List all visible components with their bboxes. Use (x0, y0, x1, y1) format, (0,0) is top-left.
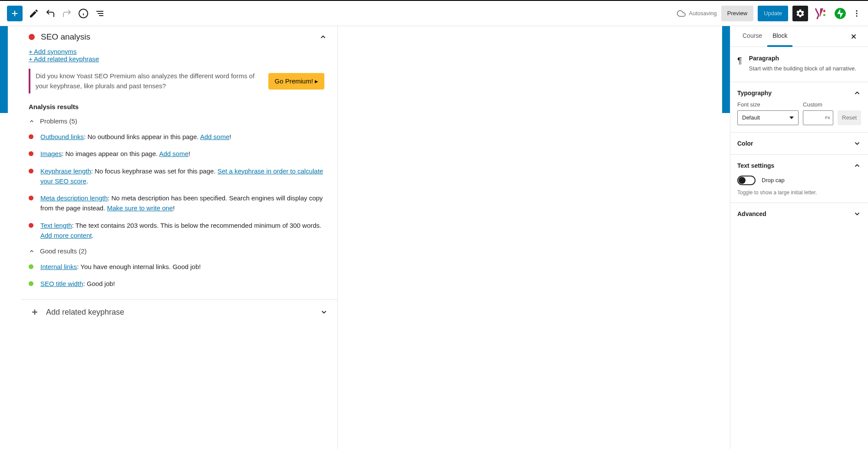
problem-label-link[interactable]: Images (40, 150, 62, 157)
add-block-button[interactable] (7, 6, 23, 21)
advanced-panel: Advanced (730, 203, 868, 225)
go-premium-button[interactable]: Go Premium! (268, 73, 324, 90)
text-settings-panel-toggle[interactable]: Text settings (737, 162, 861, 170)
svg-point-12 (856, 13, 857, 14)
problem-action-link[interactable]: Add some (159, 150, 189, 157)
premium-callout: Did you know Yoast SEO Premium also anal… (29, 69, 330, 93)
selection-handle-left[interactable] (0, 26, 8, 113)
jetpack-logo[interactable] (832, 6, 848, 21)
seo-analysis-header[interactable]: SEO analysis (21, 26, 337, 48)
autosave-label: Autosaving (689, 10, 717, 17)
svg-point-11 (856, 10, 857, 11)
drop-cap-toggle[interactable] (737, 176, 756, 185)
good-results-heading: Good results (2) (40, 247, 87, 255)
typography-panel: Typography Font size Default Custom PX R… (730, 82, 868, 133)
font-size-select[interactable]: Default (737, 110, 799, 125)
font-size-label: Font size (737, 101, 799, 108)
cloud-icon (677, 9, 686, 18)
chevron-up-icon (319, 33, 327, 41)
add-related-keyphrase-panel[interactable]: Add related keyphrase (21, 299, 337, 325)
problem-action-link[interactable]: Add more content (40, 232, 92, 239)
close-icon (850, 33, 858, 40)
problem-action-link[interactable]: Make sure to write one (107, 204, 173, 212)
analysis-results-heading: Analysis results (29, 103, 330, 110)
add-related-keyphrase-link[interactable]: + Add related keyphrase (29, 55, 99, 63)
add-synonyms-link[interactable]: + Add synonyms (29, 48, 76, 55)
advanced-panel-toggle[interactable]: Advanced (737, 210, 861, 218)
chevron-up-icon (29, 118, 35, 124)
add-related-keyphrase-label: Add related keyphrase (46, 308, 124, 317)
problems-heading: Problems (5) (40, 117, 77, 125)
undo-button[interactable] (45, 8, 56, 19)
status-red-icon (29, 151, 33, 156)
good-label-link[interactable]: Internal links (40, 263, 77, 270)
plus-icon (30, 308, 39, 316)
chevron-up-icon (853, 162, 861, 170)
good-item: Internal links: You have enough internal… (29, 262, 330, 272)
svg-point-9 (823, 13, 825, 16)
topbar-right-group: Autosaving Preview Update (677, 6, 861, 21)
color-panel: Color (730, 133, 868, 155)
problem-item: Outbound links: No outbound links appear… (29, 132, 330, 142)
edit-mode-icon[interactable] (29, 8, 39, 19)
settings-sidebar: Course Block ¶ Paragraph Start with the … (730, 26, 868, 449)
custom-label: Custom (803, 101, 833, 108)
problem-action-link[interactable]: Add some (200, 133, 230, 140)
problem-label-link[interactable]: Keyphrase length (40, 167, 91, 175)
yoast-logo[interactable] (812, 6, 828, 21)
topbar-left-group (7, 6, 105, 21)
preview-button[interactable]: Preview (721, 6, 753, 21)
redo-button[interactable] (62, 8, 72, 19)
color-panel-toggle[interactable]: Color (737, 140, 861, 147)
chevron-up-icon (29, 248, 35, 254)
svg-point-13 (856, 15, 857, 17)
good-results-toggle[interactable]: Good results (2) (29, 247, 330, 255)
chevron-up-icon (853, 89, 861, 97)
status-red-icon (29, 223, 33, 228)
problem-item: Text length: The text contains 203 words… (29, 220, 330, 241)
info-button[interactable] (78, 8, 89, 19)
block-title: Paragraph (749, 55, 856, 62)
seo-metabox: SEO analysis + Add synonyms + Add relate… (21, 26, 338, 449)
svg-point-8 (823, 10, 825, 12)
seo-analysis-title: SEO analysis (41, 32, 90, 42)
problem-label-link[interactable]: Outbound links (40, 133, 84, 140)
more-options-button[interactable] (852, 9, 861, 18)
problem-item: Meta description length: No meta descrip… (29, 193, 330, 213)
autosave-indicator: Autosaving (677, 9, 717, 18)
editor-topbar: Autosaving Preview Update (0, 0, 868, 26)
update-button[interactable]: Update (758, 6, 788, 21)
status-red-icon (29, 196, 33, 200)
premium-callout-text: Did you know Yoast SEO Premium also anal… (36, 71, 262, 91)
tab-block[interactable]: Block (767, 26, 792, 47)
problem-item: Images: No images appear on this page. A… (29, 149, 330, 159)
problem-label-link[interactable]: Text length (40, 222, 72, 229)
status-green-icon (29, 264, 33, 269)
status-red-icon (29, 169, 33, 173)
problems-toggle[interactable]: Problems (5) (29, 117, 330, 125)
settings-gear-button[interactable] (792, 6, 808, 21)
close-sidebar-button[interactable] (846, 30, 861, 43)
block-info-section: ¶ Paragraph Start with the building bloc… (730, 47, 868, 82)
text-settings-panel: Text settings Drop cap Toggle to show a … (730, 155, 868, 203)
outline-button[interactable] (95, 8, 105, 19)
custom-px-input[interactable]: PX (803, 110, 833, 125)
chevron-down-icon (853, 140, 861, 147)
drop-cap-label: Drop cap (762, 177, 785, 183)
chevron-down-icon (853, 210, 861, 218)
problem-item: Keyphrase length: No focus keyphrase was… (29, 166, 330, 186)
block-description: Start with the building block of all nar… (749, 64, 856, 73)
seo-score-indicator-icon (29, 34, 35, 40)
reset-button[interactable]: Reset (838, 110, 861, 125)
chevron-down-icon (320, 308, 328, 316)
status-red-icon (29, 134, 33, 139)
selection-handle-right[interactable] (722, 26, 730, 113)
drop-cap-help: Toggle to show a large initial letter. (737, 190, 861, 196)
paragraph-icon: ¶ (737, 56, 742, 66)
good-label-link[interactable]: SEO title width (40, 280, 83, 287)
tab-course[interactable]: Course (737, 26, 767, 47)
good-item: SEO title width: Good job! (29, 279, 330, 289)
status-green-icon (29, 281, 33, 286)
problem-label-link[interactable]: Meta description length (40, 194, 108, 202)
typography-panel-toggle[interactable]: Typography (737, 89, 861, 97)
